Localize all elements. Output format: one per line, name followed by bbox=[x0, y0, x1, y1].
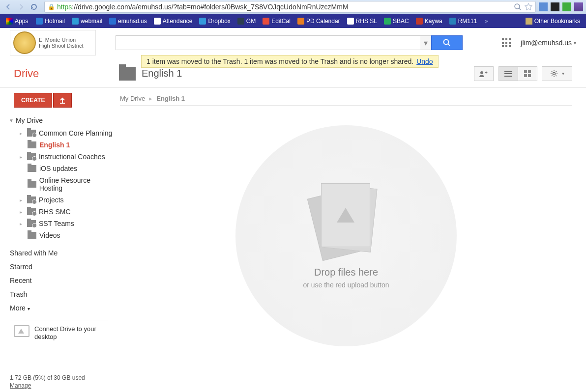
ext-icon-2[interactable] bbox=[551, 2, 559, 11]
star-icon[interactable] bbox=[525, 3, 532, 11]
svg-rect-4 bbox=[502, 38, 504, 40]
back-button[interactable] bbox=[3, 1, 14, 12]
bookmark-item[interactable]: GM bbox=[234, 17, 259, 26]
folder-icon bbox=[27, 220, 36, 227]
app-header: El Monte UnionHigh Shool District ▾ jlim… bbox=[0, 28, 586, 57]
bookmark-icon bbox=[297, 18, 304, 25]
ext-icon-1[interactable] bbox=[539, 2, 548, 11]
bookmark-item[interactable]: Kaywa bbox=[413, 17, 445, 26]
manage-storage-link[interactable]: Manage bbox=[10, 382, 31, 389]
notification-banner: 1 item was moved to the Trash. 1 item wa… bbox=[141, 55, 439, 68]
folder-icon bbox=[28, 141, 36, 148]
drop-zone[interactable]: Drop files here or use the red upload bu… bbox=[235, 125, 457, 346]
svg-point-13 bbox=[480, 71, 483, 74]
bookmarks-bar: Apps Hotmailwebmailemuhsd.usAttendanceDr… bbox=[0, 14, 586, 28]
folder-icon bbox=[27, 153, 36, 160]
share-button[interactable]: + bbox=[474, 66, 494, 81]
breadcrumb: My Drive ▸ English 1 bbox=[120, 95, 572, 102]
bookmark-item[interactable]: EditCal bbox=[260, 17, 293, 26]
search-input[interactable] bbox=[116, 35, 420, 50]
sidebar-link[interactable]: More ▾ bbox=[10, 301, 113, 315]
bookmark-item[interactable]: PD Calendar bbox=[294, 17, 343, 26]
storage-footer: 1.72 GB (5%) of 30 GB used Manage bbox=[10, 374, 85, 389]
connect-desktop[interactable]: Connect Drive to your desktop bbox=[14, 325, 113, 340]
sidebar-link[interactable]: Shared with Me bbox=[10, 246, 113, 260]
storage-usage: 1.72 GB (5%) of 30 GB used bbox=[10, 374, 85, 381]
bookmark-icon bbox=[36, 18, 43, 25]
breadcrumb-root[interactable]: My Drive bbox=[120, 95, 145, 102]
my-drive-root[interactable]: ▼My Drive bbox=[9, 116, 113, 124]
folder-icon bbox=[27, 196, 36, 203]
grid-view-button[interactable] bbox=[518, 66, 537, 81]
sidebar-folder[interactable]: Online Resource Hosting bbox=[14, 174, 113, 194]
breadcrumb-current: English 1 bbox=[156, 95, 185, 102]
zoom-icon[interactable] bbox=[514, 3, 522, 11]
folder-icon bbox=[27, 130, 36, 137]
district-name: El Monte UnionHigh Shool District bbox=[39, 37, 83, 49]
bookmark-item[interactable]: RHS SL bbox=[344, 17, 380, 26]
bookmark-item[interactable]: emuhsd.us bbox=[106, 17, 150, 26]
svg-rect-15 bbox=[504, 71, 512, 72]
bookmark-icon bbox=[263, 18, 269, 25]
sidebar-folder[interactable]: English 1 bbox=[14, 139, 113, 151]
svg-rect-17 bbox=[504, 76, 512, 77]
svg-rect-8 bbox=[505, 42, 507, 44]
expand-icon: ▸ bbox=[20, 131, 22, 136]
bookmark-item[interactable]: Attendance bbox=[151, 17, 196, 26]
svg-text:+: + bbox=[485, 70, 488, 75]
bookmark-item[interactable]: Dropbox bbox=[196, 17, 233, 26]
create-button[interactable]: CREATE bbox=[14, 93, 52, 108]
sidebar-folder[interactable]: ▸Instructional Coaches bbox=[14, 151, 113, 163]
sidebar-link[interactable]: Recent bbox=[10, 274, 113, 287]
google-apps-icon[interactable] bbox=[502, 38, 511, 47]
account-menu[interactable]: jlim@emuhsd.us▾ bbox=[521, 39, 576, 47]
upload-button[interactable] bbox=[53, 93, 72, 108]
bookmark-icon bbox=[109, 18, 116, 25]
url-text: https://drive.google.com/a/emuhsd.us/?ta… bbox=[57, 3, 349, 11]
address-bar[interactable]: 🔒 https://drive.google.com/a/emuhsd.us/?… bbox=[44, 1, 536, 13]
bookmark-item[interactable]: webmail bbox=[69, 17, 105, 26]
bookmark-item[interactable]: SBAC bbox=[381, 17, 412, 26]
sidebar-folder[interactable]: ▸Common Core Planning bbox=[14, 127, 113, 139]
svg-rect-20 bbox=[524, 74, 527, 77]
district-logo[interactable]: El Monte UnionHigh Shool District bbox=[10, 30, 96, 56]
bookmark-item[interactable]: Hotmail bbox=[33, 17, 68, 26]
apps-shortcut[interactable]: Apps bbox=[3, 17, 31, 26]
undo-link[interactable]: Undo bbox=[416, 57, 433, 65]
svg-rect-10 bbox=[502, 45, 504, 47]
svg-rect-6 bbox=[509, 38, 511, 40]
search-button[interactable] bbox=[431, 35, 463, 50]
settings-button[interactable]: ▾ bbox=[542, 66, 572, 81]
body: CREATE ▼My Drive ▸Common Core PlanningEn… bbox=[0, 88, 586, 392]
reload-button[interactable] bbox=[29, 1, 39, 12]
sidebar-link[interactable]: Starred bbox=[10, 260, 113, 274]
sidebar-folder[interactable]: ▸Projects bbox=[14, 194, 113, 206]
notification-text: 1 item was moved to the Trash. 1 item wa… bbox=[146, 57, 413, 65]
folder-title: English 1 bbox=[119, 67, 182, 81]
ext-icon-3[interactable] bbox=[562, 2, 571, 11]
bookmark-icon bbox=[72, 18, 79, 25]
svg-rect-18 bbox=[524, 70, 527, 73]
search-bar: ▾ bbox=[116, 35, 463, 50]
svg-rect-21 bbox=[528, 74, 531, 77]
folder-label: Common Core Planning bbox=[39, 129, 112, 137]
svg-rect-12 bbox=[509, 45, 511, 47]
lock-icon: 🔒 bbox=[48, 3, 55, 10]
sidebar-folder[interactable]: iOS updates bbox=[14, 163, 113, 174]
search-options-dropdown[interactable]: ▾ bbox=[420, 35, 431, 50]
sidebar-link[interactable]: Trash bbox=[10, 287, 113, 301]
menu-icon[interactable] bbox=[574, 2, 583, 11]
bookmark-icon bbox=[237, 18, 244, 25]
sidebar-folder[interactable]: ▸RHS SMC bbox=[14, 206, 113, 218]
chevron-right-icon: ▸ bbox=[149, 95, 152, 102]
bookmark-item[interactable]: RM111 bbox=[446, 17, 480, 26]
sidebar-folder[interactable]: Videos bbox=[14, 229, 113, 241]
svg-rect-5 bbox=[505, 38, 507, 40]
bookmark-icon bbox=[154, 18, 161, 25]
sidebar-folder[interactable]: ▸SST Teams bbox=[14, 218, 113, 229]
other-bookmarks[interactable]: Other Bookmarks bbox=[523, 17, 583, 26]
bookmark-icon bbox=[347, 18, 354, 25]
drive-logo[interactable]: Drive bbox=[10, 67, 113, 80]
list-view-button[interactable] bbox=[498, 66, 518, 81]
forward-button[interactable] bbox=[16, 1, 27, 12]
